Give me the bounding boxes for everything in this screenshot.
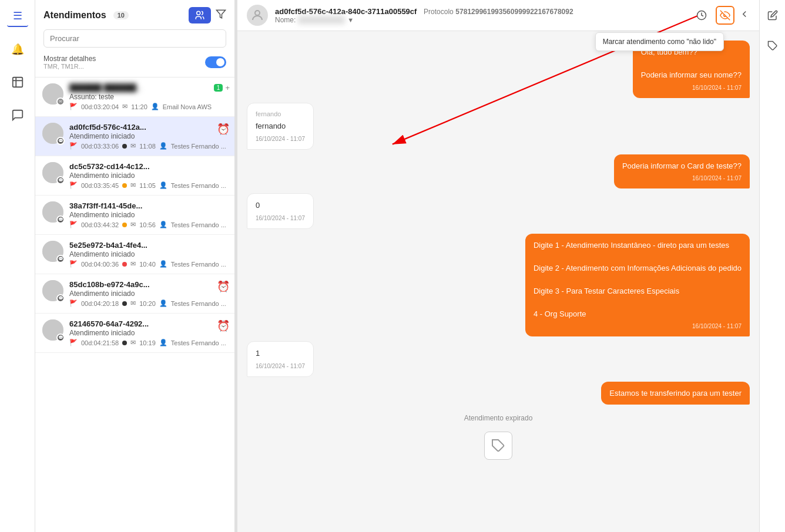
list-item[interactable]: 💬 85dc108b-e972-4a9c... Atendimento inic… xyxy=(35,274,234,314)
agent-icon: 👤 xyxy=(159,181,167,189)
conversations-panel: Atendimentos 10 Mostrar detalhes TMR, TM… xyxy=(35,0,235,532)
agent-icon: 👤 xyxy=(151,103,159,110)
tag-sidebar-button[interactable] xyxy=(763,36,782,55)
name-label: Nome: xyxy=(275,16,296,24)
message-text: fernando xyxy=(256,120,305,132)
avatar: 💬 xyxy=(42,201,63,223)
conv-timer: 00d:03:35:45 xyxy=(81,182,119,189)
conv-subject: Atendimento iniciado xyxy=(69,289,227,298)
list-item[interactable]: 💬 38a7f3ff-f141-45de... Atendimento inic… xyxy=(35,196,234,235)
sidebar-icon-chat[interactable] xyxy=(7,105,28,126)
status-dot xyxy=(122,341,127,345)
chat-messages: Olá, tudo bem??Poderia informar seu nome… xyxy=(237,31,759,532)
flag-icon: 🚩 xyxy=(69,142,78,150)
chat-header-actions xyxy=(692,6,750,25)
conv-subject: Assunto: teste xyxy=(69,93,227,101)
list-item[interactable]: 💬 5e25e972-b4a1-4fe4... Atendimento inic… xyxy=(35,235,234,274)
chat-area: ad0fcf5d-576c-412a-840c-3711a00559cf Pro… xyxy=(237,0,759,532)
list-item[interactable]: ✉ ██████ ██████ . Assunto: teste 🚩 00d:0… xyxy=(35,78,234,117)
conv-channel: Email Nova AWS xyxy=(163,103,212,110)
collapse-button[interactable] xyxy=(739,9,750,22)
contact-avatar xyxy=(247,5,268,26)
message-time: 16/10/2024 - 11:07 xyxy=(622,174,742,183)
sidebar-icon-bell[interactable]: 🔔 xyxy=(7,39,28,60)
conv-timer: 00d:03:33:06 xyxy=(81,143,119,150)
message-in: fernando fernando 16/10/2024 - 11:07 xyxy=(247,103,314,150)
avatar: 💬 xyxy=(42,162,63,183)
avatar: 💬 xyxy=(42,123,63,144)
list-item[interactable]: 💬 62146570-64a7-4292... Atendimento inic… xyxy=(35,314,234,353)
conv-channel: Testes Fernando ... xyxy=(171,143,226,150)
flag-icon: 🚩 xyxy=(69,221,78,228)
conv-body: dc5c5732-cd14-4c12... Atendimento inicia… xyxy=(69,162,227,189)
conv-channel: Testes Fernando ... xyxy=(171,182,226,189)
tooltip: Marcar atendimento como "não lido" xyxy=(595,32,724,51)
history-button[interactable] xyxy=(692,6,711,25)
message-out: Digite 1 - Atendimento Instantâneo - dir… xyxy=(525,234,750,337)
message-time: 16/10/2024 - 11:07 xyxy=(256,362,305,371)
channel-badge: 💬 xyxy=(56,334,65,342)
filter-button[interactable] xyxy=(216,9,226,22)
conv-timer: 00d:04:00:36 xyxy=(81,261,119,268)
conv-count-badge: 10 xyxy=(113,11,129,19)
conv-msg-time: 10:56 xyxy=(139,221,156,228)
mostrar-detalhes-toggle[interactable] xyxy=(205,56,226,68)
dropdown-chevron[interactable]: ▼ xyxy=(347,16,354,23)
avatar: ✉ xyxy=(42,83,63,105)
conv-body: ██████ ██████ . Assunto: teste 🚩 00d:03:… xyxy=(69,83,227,110)
agent-icon: 👤 xyxy=(159,221,167,228)
search-input[interactable] xyxy=(43,29,226,48)
sidebar-icon-person[interactable] xyxy=(7,72,28,93)
contact-name-blurred xyxy=(298,16,345,24)
agent-icon: 👤 xyxy=(159,142,167,150)
message-time: 16/10/2024 - 11:07 xyxy=(256,134,305,143)
tag-button[interactable] xyxy=(484,432,512,460)
conversations-list: ✉ ██████ ██████ . Assunto: teste 🚩 00d:0… xyxy=(35,78,234,532)
conv-subject: Atendimento iniciado xyxy=(69,329,227,337)
flag-icon: 🚩 xyxy=(69,339,78,346)
list-item[interactable]: 💬 ad0fcf5d-576c-412a... Atendimento inic… xyxy=(35,117,234,156)
list-item[interactable]: 💬 dc5c5732-cd14-4c12... Atendimento inic… xyxy=(35,156,234,196)
conv-channel: Testes Fernando ... xyxy=(171,339,226,346)
conv-name: 5e25e972-b4a1-4fe4... xyxy=(69,241,227,250)
right-sidebar xyxy=(759,0,785,532)
conv-subject: Atendimento iniciado xyxy=(69,132,227,140)
tooltip-text: Marcar atendimento como "não lido" xyxy=(603,38,716,46)
edit-button[interactable] xyxy=(763,6,782,25)
mostrar-detalhes-sub: TMR, TM1R... xyxy=(43,63,96,70)
conv-body: 38a7f3ff-f141-45de... Atendimento inicia… xyxy=(69,201,227,228)
conv-body: 5e25e972-b4a1-4fe4... Atendimento inicia… xyxy=(69,241,227,268)
conv-msg-time: 10:40 xyxy=(139,261,156,268)
agents-button[interactable] xyxy=(189,7,211,23)
conv-name: ad0fcf5d-576c-412a... xyxy=(69,123,227,132)
status-dot xyxy=(122,262,127,267)
mark-unread-button[interactable] xyxy=(716,6,734,25)
status-dot xyxy=(122,144,127,149)
agent-icon: 👤 xyxy=(159,260,167,268)
channel-icon: ✉ xyxy=(122,103,128,110)
svg-rect-0 xyxy=(12,78,22,87)
message-in: 0 16/10/2024 - 11:07 xyxy=(247,193,314,229)
sidebar-icon-menu[interactable]: ☰ xyxy=(7,6,28,27)
conv-timer: 00d:04:21:58 xyxy=(81,339,119,346)
left-sidebar: ☰ 🔔 xyxy=(0,0,35,532)
channel-icon: ✉ xyxy=(130,142,136,150)
channel-badge: ✉ xyxy=(56,97,65,106)
agent-icon: 👤 xyxy=(159,299,167,307)
message-text: Olá, tudo bem??Poderia informar seu nome… xyxy=(641,46,742,81)
chat-header: ad0fcf5d-576c-412a-840c-3711a00559cf Pro… xyxy=(237,0,759,31)
message-time: 16/10/2024 - 11:07 xyxy=(534,322,742,331)
message-text: Poderia informar o Card de teste?? xyxy=(622,160,742,172)
status-dot xyxy=(122,183,127,188)
channel-icon: ✉ xyxy=(130,299,136,307)
chat-header-info: ad0fcf5d-576c-412a-840c-3711a00559cf Pro… xyxy=(275,7,685,24)
conv-body: 62146570-64a7-4292... Atendimento inicia… xyxy=(69,319,227,346)
avatar: 💬 xyxy=(42,280,63,301)
clock-icon: ⏰ xyxy=(217,280,230,293)
flag-icon: 🚩 xyxy=(69,299,78,307)
message-time: 16/10/2024 - 11:07 xyxy=(256,214,305,223)
add-icon: + xyxy=(225,83,230,92)
system-message: Atendimento expirado xyxy=(464,414,533,422)
svg-point-3 xyxy=(197,11,200,15)
status-dot xyxy=(122,223,127,227)
